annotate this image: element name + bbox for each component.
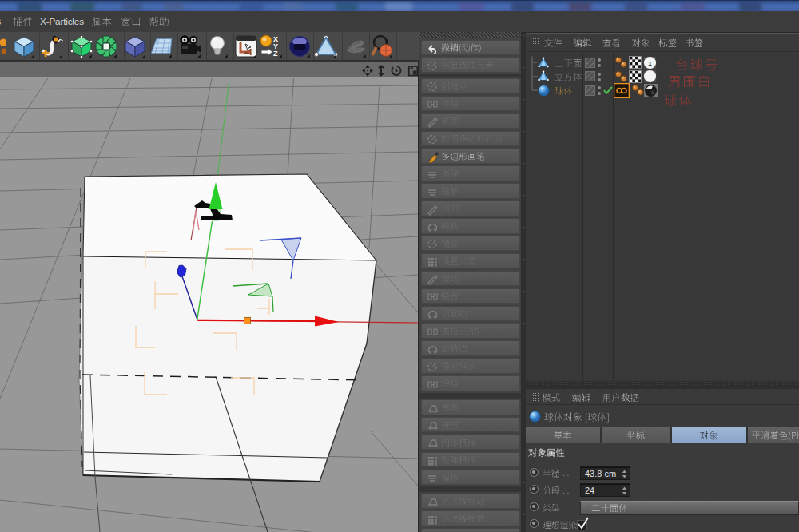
svg-text:1: 1 (648, 59, 652, 66)
